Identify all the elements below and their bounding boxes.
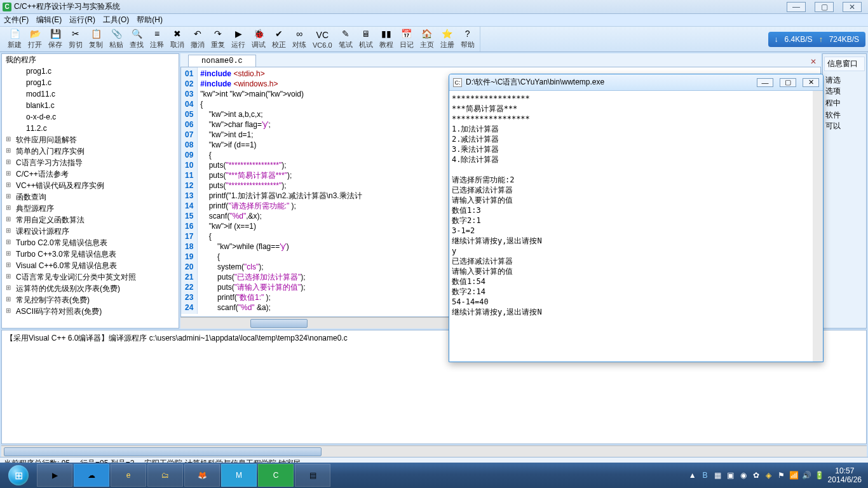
- toolbtn-machine[interactable]: 🖥机试: [356, 29, 376, 50]
- shield-icon[interactable]: ◈: [764, 471, 773, 480]
- toolbtn-tutorial[interactable]: ▮▮教程: [377, 29, 396, 50]
- tray-icon[interactable]: ◉: [739, 471, 748, 480]
- toolbtn-redo[interactable]: ↷重复: [208, 29, 227, 50]
- speed-up: 724KB/S: [829, 35, 859, 44]
- debug-icon: 🐞: [254, 29, 264, 39]
- toolbtn-help[interactable]: ?帮助: [458, 29, 477, 50]
- toolbtn-check[interactable]: ✔校正: [269, 29, 288, 50]
- start-button[interactable]: ⊞: [1, 464, 36, 487]
- task-item[interactable]: C: [258, 464, 294, 487]
- toolbtn-undo[interactable]: ↶撤消: [188, 29, 207, 50]
- console-maximize-button[interactable]: ▢: [780, 78, 796, 87]
- menu-run[interactable]: 运行(R): [69, 15, 95, 25]
- console-window[interactable]: C: D:\软件~\C语言\CYuYan\bin\wwtemp.exe — ▢ …: [449, 74, 824, 362]
- tray-icon[interactable]: ▣: [726, 471, 735, 480]
- toolbtn-diary[interactable]: 📅日记: [397, 29, 416, 50]
- toolbtn-save[interactable]: 💾保存: [46, 29, 65, 50]
- tab-close-button[interactable]: ✕: [808, 57, 818, 67]
- tool-label: 注册: [440, 40, 454, 50]
- tree-category[interactable]: 函数查询: [2, 191, 179, 203]
- menu-file[interactable]: 文件(F): [4, 15, 29, 25]
- help-icon: ?: [463, 29, 473, 39]
- volume-icon[interactable]: 🔊: [803, 471, 811, 480]
- tree-category[interactable]: 运算符的优先级别次序表(免费): [2, 283, 179, 294]
- toolbtn-run[interactable]: ▶运行: [229, 29, 248, 50]
- task-item[interactable]: e: [111, 464, 146, 487]
- tree-file[interactable]: blank1.c: [2, 100, 179, 111]
- check-icon: ✔: [274, 29, 284, 39]
- toolbtn-cancel[interactable]: ✖取消: [168, 29, 187, 50]
- tree-category[interactable]: Turbo C++3.0常见错误信息表: [2, 248, 179, 260]
- flag-icon[interactable]: ⚑: [777, 471, 786, 480]
- console-close-button[interactable]: ✕: [803, 78, 819, 87]
- tree-category[interactable]: 典型源程序: [2, 203, 179, 214]
- toolbtn-open[interactable]: 📂打开: [25, 29, 44, 50]
- tab-noname0[interactable]: noname0.c: [188, 55, 256, 67]
- tree-category[interactable]: ASCII码字符对照表(免费): [2, 306, 179, 317]
- toolbtn-cut[interactable]: ✂剪切: [66, 29, 85, 50]
- task-item[interactable]: ☁: [74, 464, 109, 487]
- bluetooth-icon[interactable]: B: [701, 471, 710, 480]
- tree-category[interactable]: 常用自定义函数算法: [2, 214, 179, 226]
- windows-logo-icon: ⊞: [15, 470, 23, 482]
- maximize-button[interactable]: ▢: [815, 2, 834, 12]
- tool-label: 笔试: [339, 40, 353, 50]
- close-button[interactable]: ✕: [843, 2, 862, 12]
- toolbtn-vc6[interactable]: VCVC6.0: [310, 30, 335, 49]
- tree-category[interactable]: C语言常见专业词汇分类中英文对照: [2, 271, 179, 283]
- menu-help[interactable]: 帮助(H): [137, 15, 163, 25]
- network-icon[interactable]: ▦: [714, 471, 722, 480]
- down-arrow-icon: ↓: [775, 35, 778, 44]
- tree-category[interactable]: VC++错误代码及程序实例: [2, 180, 179, 191]
- toolbtn-home[interactable]: 🏠主页: [417, 29, 437, 50]
- menu-tools[interactable]: 工具(O): [103, 15, 129, 25]
- home-icon: 🏠: [422, 29, 432, 39]
- info-line: 软件: [824, 110, 865, 121]
- minimize-button[interactable]: —: [787, 2, 806, 12]
- tree-file[interactable]: 11.2.c: [2, 123, 179, 134]
- tree-category[interactable]: Visual C++6.0常见错误信息表: [2, 260, 179, 271]
- system-tray[interactable]: ▲ B ▦ ▣ ◉ ✿ ◈ ⚑ 📶 🔊 🔋 10:57 2014/6/26: [688, 466, 867, 484]
- menu-edit[interactable]: 编辑(E): [36, 15, 62, 25]
- project-tree[interactable]: 我的程序 prog1.cprog1.cmod11.cblank1.co-x-d-…: [1, 53, 179, 329]
- toolbtn-copy[interactable]: 📋复制: [86, 29, 105, 50]
- console-output[interactable]: ***************** ***简易计算器*** **********…: [449, 91, 823, 362]
- pair-icon: ∞: [294, 29, 304, 39]
- toolbtn-debug[interactable]: 🐞调试: [249, 29, 268, 50]
- toolbtn-comment[interactable]: ≡注释: [147, 29, 166, 50]
- tree-category[interactable]: C语言学习方法指导: [2, 157, 179, 168]
- tree-file[interactable]: mod11.c: [2, 88, 179, 100]
- toolbtn-register[interactable]: ⭐注册: [438, 29, 457, 50]
- toolbtn-written[interactable]: ✎笔试: [336, 29, 355, 50]
- open-icon: 📂: [30, 29, 40, 39]
- toolbtn-new[interactable]: 📄新建: [5, 29, 24, 50]
- tray-icon[interactable]: ✿: [752, 471, 761, 480]
- cancel-icon: ✖: [172, 29, 182, 39]
- chevron-up-icon[interactable]: ▲: [688, 471, 697, 480]
- tree-category[interactable]: 常见控制字符表(免费): [2, 294, 179, 306]
- comment-icon: ≡: [152, 29, 162, 39]
- task-item[interactable]: 🦊: [184, 464, 220, 487]
- tree-file[interactable]: o-x-d-e.c: [2, 111, 179, 123]
- toolbtn-find[interactable]: 🔍查找: [127, 29, 146, 50]
- tree-category[interactable]: 简单的入门程序实例: [2, 146, 179, 157]
- task-item[interactable]: ▶: [37, 464, 72, 487]
- tree-file[interactable]: prog1.c: [2, 77, 179, 88]
- output-hscrollbar[interactable]: [1, 445, 867, 457]
- task-item[interactable]: M: [221, 464, 257, 487]
- toolbtn-pair[interactable]: ∞对练: [290, 29, 309, 50]
- tree-category[interactable]: 课程设计源程序: [2, 226, 179, 237]
- task-item[interactable]: ▤: [295, 464, 330, 487]
- tree-root[interactable]: 我的程序: [2, 54, 179, 65]
- tree-file[interactable]: prog1.c: [2, 65, 179, 77]
- taskbar-clock[interactable]: 10:57 2014/6/26: [828, 466, 862, 484]
- tree-category[interactable]: Turbo C2.0常见错误信息表: [2, 237, 179, 248]
- tree-category[interactable]: C/C++语法参考: [2, 168, 179, 180]
- battery-icon[interactable]: 🔋: [815, 471, 824, 480]
- console-titlebar[interactable]: C: D:\软件~\C语言\CYuYan\bin\wwtemp.exe — ▢ …: [449, 74, 823, 91]
- console-minimize-button[interactable]: —: [757, 78, 773, 87]
- toolbtn-paste[interactable]: 📎粘贴: [107, 29, 126, 50]
- tree-category[interactable]: 软件应用问题解答: [2, 134, 179, 146]
- task-item[interactable]: 🗂: [147, 464, 183, 487]
- wifi-icon[interactable]: 📶: [790, 471, 799, 480]
